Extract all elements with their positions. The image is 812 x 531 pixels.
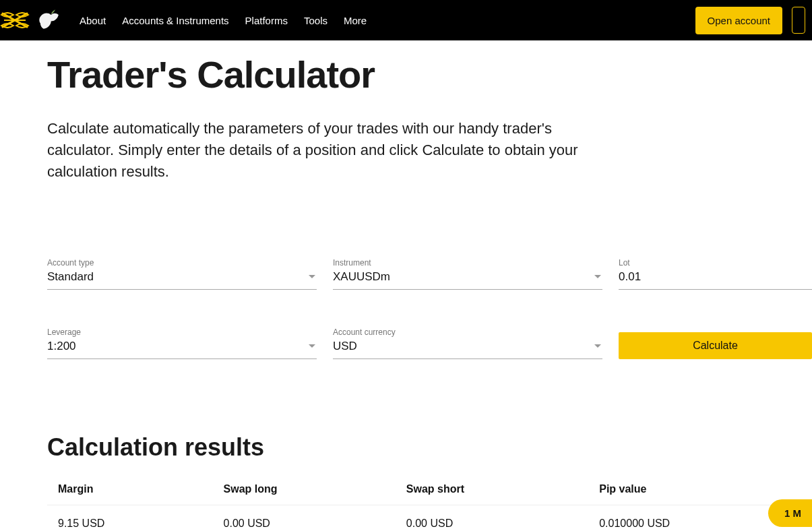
leverage-label: Leverage: [47, 327, 317, 337]
nav-more[interactable]: More: [344, 15, 367, 26]
header: About Accounts & Instruments Platforms T…: [0, 0, 812, 40]
dove-icon: [35, 7, 61, 33]
chevron-down-icon: [309, 275, 315, 278]
results-title: Calculation results: [47, 433, 812, 462]
account-type-field: Account type Standard: [47, 258, 317, 290]
chevron-down-icon: [594, 344, 601, 348]
chevron-down-icon: [309, 344, 315, 348]
results-table: Margin Swap long Swap short Pip value 9.…: [47, 474, 812, 531]
main-nav: About Accounts & Instruments Platforms T…: [80, 15, 367, 26]
col-swap-short: Swap short: [396, 474, 588, 505]
calculate-cell: Calculate: [619, 327, 812, 359]
page-intro: Calculate automatically the parameters o…: [47, 118, 606, 183]
leverage-select[interactable]: 1:200: [47, 340, 317, 359]
lot-label: Lot: [619, 258, 812, 268]
lot-input-wrap: [619, 270, 812, 290]
account-type-select[interactable]: Standard: [47, 270, 317, 290]
col-swap-long: Swap long: [213, 474, 396, 505]
nav-accounts[interactable]: Accounts & Instruments: [122, 15, 228, 26]
brand-mark-icon: [0, 12, 30, 28]
account-type-label: Account type: [47, 258, 317, 268]
currency-label: Account currency: [333, 327, 602, 337]
instrument-field: Instrument XAUUSDm: [333, 258, 602, 290]
val-margin: 9.15 USD: [47, 505, 213, 531]
calculator-form: Account type Standard Instrument XAUUSDm…: [47, 258, 812, 359]
lot-field: Lot: [619, 258, 812, 290]
nav-about[interactable]: About: [80, 15, 106, 26]
currency-select[interactable]: USD: [333, 340, 602, 359]
currency-field: Account currency USD: [333, 327, 602, 359]
lot-input[interactable]: [619, 270, 812, 284]
floating-badge[interactable]: 1 M: [768, 499, 812, 527]
instrument-value: XAUUSDm: [333, 270, 594, 284]
results-data-row: 9.15 USD 0.00 USD 0.00 USD 0.010000 USD: [47, 505, 812, 531]
col-margin: Margin: [47, 474, 213, 505]
leverage-field: Leverage 1:200: [47, 327, 317, 359]
instrument-label: Instrument: [333, 258, 602, 268]
page-title: Trader's Calculator: [47, 53, 812, 96]
val-swap-short: 0.00 USD: [396, 505, 588, 531]
leverage-value: 1:200: [47, 340, 309, 353]
results-header-row: Margin Swap long Swap short Pip value: [47, 474, 812, 505]
val-swap-long: 0.00 USD: [213, 505, 396, 531]
account-type-value: Standard: [47, 270, 309, 284]
nav-platforms[interactable]: Platforms: [245, 15, 288, 26]
page-content: Trader's Calculator Calculate automatica…: [0, 53, 812, 531]
brand-logo[interactable]: [0, 7, 61, 33]
instrument-select[interactable]: XAUUSDm: [333, 270, 602, 290]
currency-value: USD: [333, 340, 594, 353]
nav-tools[interactable]: Tools: [304, 15, 327, 26]
secondary-header-button[interactable]: [792, 7, 805, 34]
results-section: Calculation results Margin Swap long Swa…: [47, 433, 812, 531]
calculate-button[interactable]: Calculate: [619, 332, 812, 359]
open-account-button[interactable]: Open account: [695, 7, 782, 34]
chevron-down-icon: [594, 275, 601, 278]
